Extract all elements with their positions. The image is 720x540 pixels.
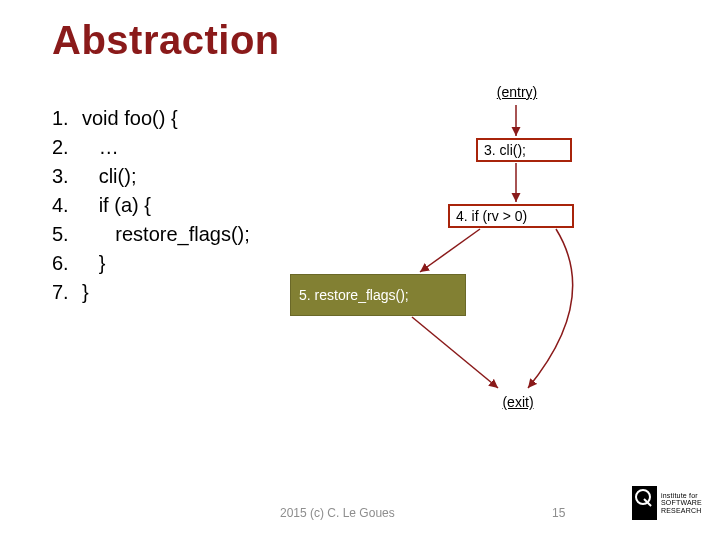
logo-text-line: SOFTWARE	[661, 499, 702, 506]
logo-text-line: RESEARCH	[661, 507, 702, 514]
line-text: }	[82, 278, 89, 307]
code-listing: 1.void foo() { 2. … 3. cli(); 4. if (a) …	[52, 104, 250, 307]
footer-page-number: 15	[552, 506, 565, 520]
line-text: cli();	[82, 162, 136, 191]
logo-text: institute for SOFTWARE RESEARCH	[661, 492, 702, 514]
line-number: 1.	[52, 104, 82, 133]
svg-line-2	[420, 229, 480, 272]
code-line: 6. }	[52, 249, 250, 278]
isr-logo: institute for SOFTWARE RESEARCH	[632, 480, 702, 526]
graph-node-5: 5. restore_flags();	[290, 274, 466, 316]
code-line: 2. …	[52, 133, 250, 162]
line-text: restore_flags();	[82, 220, 250, 249]
line-number: 2.	[52, 133, 82, 162]
line-text: }	[82, 249, 105, 278]
line-number: 6.	[52, 249, 82, 278]
line-text: …	[82, 133, 119, 162]
graph-exit-node: (exit)	[484, 390, 552, 414]
line-number: 3.	[52, 162, 82, 191]
code-line: 3. cli();	[52, 162, 250, 191]
logo-text-line: institute for	[661, 492, 702, 499]
line-number: 4.	[52, 191, 82, 220]
code-line: 7.}	[52, 278, 250, 307]
footer-copyright: 2015 (c) C. Le Goues	[280, 506, 395, 520]
code-line: 1.void foo() {	[52, 104, 250, 133]
line-text: void foo() {	[82, 104, 178, 133]
line-text: if (a) {	[82, 191, 151, 220]
graph-node-4: 4. if (rv > 0)	[448, 204, 574, 228]
code-line: 4. if (a) {	[52, 191, 250, 220]
graph-node-3: 3. cli();	[476, 138, 572, 162]
graph-entry-node: (entry)	[478, 80, 556, 104]
magnifier-icon	[632, 486, 657, 520]
svg-line-3	[412, 317, 498, 388]
line-number: 7.	[52, 278, 82, 307]
slide-title: Abstraction	[52, 18, 280, 63]
code-line: 5. restore_flags();	[52, 220, 250, 249]
line-number: 5.	[52, 220, 82, 249]
